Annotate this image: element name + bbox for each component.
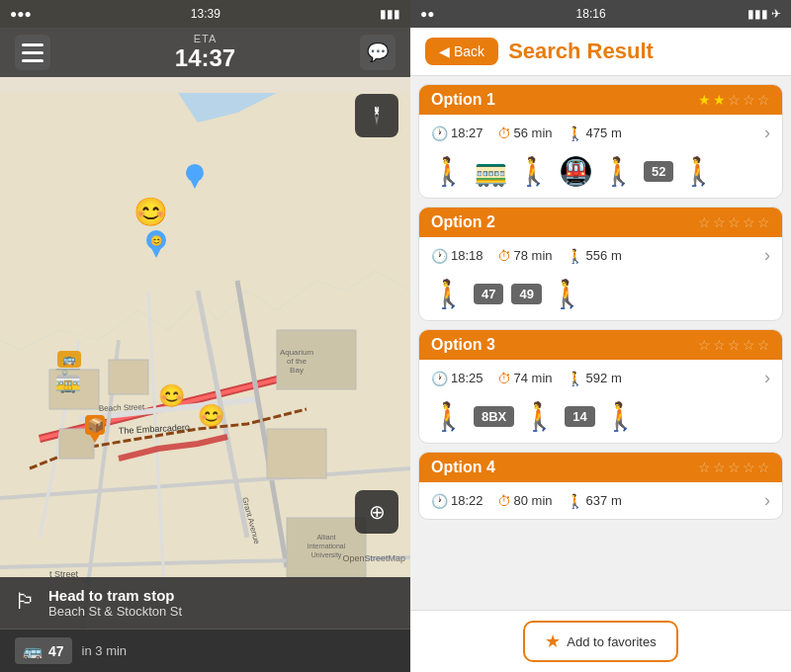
back-button[interactable]: ◀ Back (425, 38, 498, 65)
compass-button[interactable]: N (355, 94, 398, 137)
locate-button[interactable]: ⊕ (355, 490, 398, 534)
option-1-transport: 🚶 🚃 🚶 🚇 🚶 52 🚶 (419, 151, 782, 198)
svg-text:International: International (308, 543, 346, 549)
option-3-transport: 🚶 8BX 🚶 14 🚶 (419, 396, 782, 443)
svg-text:📦: 📦 (87, 417, 105, 434)
option-2-title: Option 2 (431, 213, 495, 231)
duration-1: ⏱ 56 min (497, 126, 553, 141)
nav-text: Head to tram stop Beach St & Stockton St (48, 587, 182, 619)
svg-marker-38 (375, 116, 379, 126)
chevron-3: › (764, 368, 770, 388)
departure-time-4: 🕐 18:22 (431, 493, 483, 509)
option-card-3[interactable]: Option 3 ☆ ☆ ☆ ☆ ☆ 🕐 18:25 ⏱ (418, 329, 783, 444)
location-pin-2 (186, 164, 204, 193)
svg-text:University: University (311, 551, 342, 559)
option-1-title: Option 1 (431, 91, 495, 109)
battery-right: ▮▮▮ ✈ (747, 7, 781, 21)
option-2-info: 🕐 18:18 ⏱ 78 min 🚶 556 m (431, 248, 622, 264)
tram-marker: 🚋 (54, 369, 81, 394)
star-3: ☆ (728, 92, 741, 108)
svg-text:Alliant: Alliant (316, 534, 335, 541)
walk-distance-4: 🚶 637 m (567, 493, 622, 509)
location-pin-1: 😊 (146, 230, 166, 262)
departure-time-2: 🕐 18:18 (431, 248, 483, 264)
duration-3: ⏱ 74 min (497, 371, 553, 386)
option-2-transport: 🚶 47 49 🚶 (419, 274, 782, 320)
bus-badge: 🚌 47 (15, 637, 72, 664)
options-list: Option 1 ★ ★ ☆ ☆ ☆ 🕐 18:27 ⏱ (410, 76, 791, 610)
status-bar-right: ●● 18:16 ▮▮▮ ✈ (410, 0, 791, 28)
svg-text:Bay: Bay (290, 366, 304, 375)
svg-rect-14 (109, 360, 148, 394)
favorites-star-icon: ★ (545, 630, 561, 652)
option-3-body: 🕐 18:25 ⏱ 74 min 🚶 592 m › (419, 360, 782, 396)
option-4-body: 🕐 18:22 ⏱ 80 min 🚶 637 m › (419, 482, 782, 519)
bus-badge-49: 49 (511, 284, 541, 304)
departure-time-3: 🕐 18:25 (431, 371, 483, 386)
menu-button[interactable] (15, 35, 50, 70)
chevron-1: › (764, 123, 770, 143)
svg-rect-16 (267, 429, 326, 478)
results-header: ◀ Back Search Result (410, 28, 791, 76)
destination-marker: 📦 (81, 411, 109, 447)
nav-instruction: 🏳 Head to tram stop Beach St & Stockton … (0, 577, 410, 630)
bus-badge-52: 52 (644, 161, 673, 182)
bus-badge-8bx: 8BX (474, 406, 514, 427)
star-4: ☆ (743, 92, 755, 108)
svg-marker-30 (150, 246, 162, 258)
option-2-body: 🕐 18:18 ⏱ 78 min 🚶 556 m › (419, 237, 782, 274)
svg-text:Aquarium: Aquarium (280, 348, 314, 357)
svg-marker-33 (190, 178, 201, 189)
map-panel: ●●● 13:39 ▮▮▮ ETA 14:37 💬 (0, 0, 410, 672)
smiley-marker-3: 😊 (198, 403, 224, 429)
option-3-header: Option 3 ☆ ☆ ☆ ☆ ☆ (419, 330, 782, 360)
eta-display: ETA 14:37 (175, 33, 235, 72)
clock-icon-1: 🕐 (431, 126, 448, 141)
star-1: ★ (698, 92, 711, 108)
option-2-header: Option 2 ☆ ☆ ☆ ☆ ☆ (419, 208, 782, 237)
option-3-info: 🕐 18:25 ⏱ 74 min 🚶 592 m (431, 371, 622, 386)
nav-bottom-bar: 🚌 47 in 3 min (0, 630, 410, 672)
option-card-1[interactable]: Option 1 ★ ★ ☆ ☆ ☆ 🕐 18:27 ⏱ (418, 84, 783, 199)
chat-button[interactable]: 💬 (360, 35, 396, 70)
signal-left: ●●● (10, 7, 32, 21)
eta-time: 14:37 (175, 44, 235, 72)
smiley-marker-main: 😊 (133, 196, 168, 228)
signal-right: ●● (420, 7, 435, 21)
walk-distance-3: 🚶 592 m (567, 371, 622, 386)
option-card-4[interactable]: Option 4 ☆ ☆ ☆ ☆ ☆ 🕐 18:22 ⏱ (418, 452, 783, 520)
chevron-2: › (764, 245, 770, 266)
option-4-title: Option 4 (431, 459, 495, 476)
walk-distance-1: 🚶 475 m (567, 126, 622, 141)
star-5: ☆ (757, 92, 770, 108)
nav-sub-text: Beach St & Stockton St (48, 604, 182, 619)
page-title: Search Result (508, 39, 654, 64)
tram-icon: 🚃 (474, 155, 508, 188)
option-2-stars: ☆ ☆ ☆ ☆ ☆ (698, 214, 770, 230)
svg-text:N: N (374, 106, 379, 113)
metro-icon: 🚇 (559, 155, 593, 188)
bus-arrival-time: in 3 min (82, 643, 128, 658)
walk-icon-2: 🚶 (516, 155, 551, 188)
add-to-favorites-button[interactable]: ★ Add to favorites (523, 621, 677, 662)
option-3-stars: ☆ ☆ ☆ ☆ ☆ (698, 337, 770, 353)
svg-marker-36 (89, 433, 101, 443)
status-bar-left: ●●● 13:39 ▮▮▮ (0, 0, 410, 28)
departure-time-1: 🕐 18:27 (431, 126, 483, 141)
option-3-title: Option 3 (431, 336, 495, 354)
duration-icon-1: ⏱ (497, 126, 511, 141)
search-results-panel: ●● 18:16 ▮▮▮ ✈ ◀ Back Search Result Opti… (410, 0, 791, 672)
walk-distance-2: 🚶 556 m (567, 248, 622, 264)
walk-icon-1: 🚶 (567, 126, 583, 141)
osm-credit: OpenStreetMap (342, 553, 405, 563)
bus-badge-14: 14 (565, 406, 594, 427)
bus-stop-marker: 🚌 (57, 351, 81, 368)
navigation-panel: 🏳 Head to tram stop Beach St & Stockton … (0, 577, 410, 672)
option-card-2[interactable]: Option 2 ☆ ☆ ☆ ☆ ☆ 🕐 18:18 ⏱ (418, 207, 783, 321)
option-4-header: Option 4 ☆ ☆ ☆ ☆ ☆ (419, 453, 782, 482)
option-4-stars: ☆ ☆ ☆ ☆ ☆ (698, 460, 770, 475)
chevron-4: › (764, 490, 770, 511)
flag-icon: 🏳 (15, 589, 37, 615)
bus-badge-47: 47 (474, 284, 503, 304)
eta-bar: ETA 14:37 💬 (0, 28, 410, 77)
